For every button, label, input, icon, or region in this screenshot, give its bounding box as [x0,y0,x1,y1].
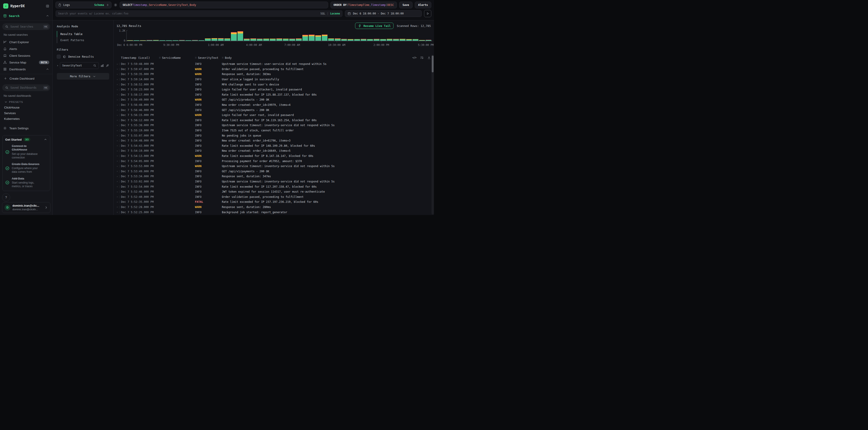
expand-row-icon[interactable]: › [117,78,119,81]
expand-row-icon[interactable]: › [117,195,119,198]
expand-row-icon[interactable]: › [117,155,119,157]
histogram-bar[interactable] [270,39,276,41]
table-row[interactable]: › Dec 7 5:54:05.000 PM INFO Processing p… [117,159,431,164]
help-button[interactable]: ? [2,193,10,201]
expand-row-icon[interactable]: › [117,134,119,137]
analysis-mode-results-table[interactable]: Results Table [57,31,109,37]
expand-row-icon[interactable]: › [117,180,119,183]
chevron-up-icon[interactable] [44,138,47,141]
table-row[interactable]: › Dec 7 5:52:35.000 PM FATAL Rate limit … [117,199,431,205]
wrap-lines-icon[interactable] [420,56,424,60]
expand-row-icon[interactable]: › [117,175,119,178]
get-started-item[interactable]: Connect to ClickHouse Set up your databa… [5,144,47,159]
histogram-bar[interactable] [238,31,243,41]
chart-toggle-icon[interactable] [100,64,104,67]
expand-row-icon[interactable]: › [117,160,119,163]
date-range-picker[interactable]: Dec 6 18:00:00 - Dec 7 18:00:00 [345,10,422,17]
drag-handle-icon[interactable]: ∷ [195,56,196,59]
language-toggle[interactable]: SQL | Lucene [320,12,340,15]
schema-link[interactable]: Schema [94,3,104,6]
saved-dashboards-input[interactable]: Saved Dashboards ⌘K [2,84,50,91]
preset-item-kubernetes[interactable]: Kubernetes [0,116,53,122]
histogram-bar[interactable] [387,39,393,41]
histogram-bar[interactable] [263,39,269,41]
expand-row-icon[interactable]: › [117,98,119,101]
get-started-item[interactable]: Create Data Sources Configure where your… [5,162,47,174]
expand-row-icon[interactable]: › [117,63,119,66]
histogram-bar[interactable] [296,38,302,41]
histogram-bar[interactable] [341,39,347,41]
histogram-bar[interactable] [374,39,379,41]
expand-severity-icon[interactable]: › [57,64,58,67]
expand-row-icon[interactable]: › [117,211,119,213]
histogram-bar[interactable] [212,38,217,41]
save-button[interactable]: Save [399,2,412,8]
histogram-bar[interactable] [302,35,308,41]
histogram-bar[interactable] [224,38,230,41]
order-by-input[interactable]: ORDER BY (TimestampTime, Timestamp) DESC [331,2,397,8]
table-row[interactable]: › Dec 7 5:52:28.000 PM WARN Response sen… [117,205,431,210]
drag-handle-icon[interactable]: ∷ [159,56,160,59]
histogram-bar[interactable] [380,39,386,41]
preset-item-clickhouse[interactable]: ClickHouse [0,105,53,110]
sidebar-item-service-map[interactable]: Service MapBETA [0,59,53,66]
user-account-button[interactable]: D dominic.tran@clic... dominic.tran@clic… [2,202,51,213]
expand-row-icon[interactable]: › [117,129,119,132]
table-row[interactable]: › Dec 7 5:53:02.000 PM INFO Upstream ser… [117,179,431,184]
histogram-bar[interactable] [276,38,282,41]
expand-row-icon[interactable]: › [117,119,119,122]
sidebar-item-alerts[interactable]: Alerts [0,45,53,52]
table-scrollbar[interactable] [432,55,434,214]
histogram-bar[interactable] [283,39,289,41]
event-search-input[interactable]: Search your events w/ Lucene ex. column:… [55,10,343,17]
expand-row-icon[interactable]: › [117,165,119,168]
expand-row-icon[interactable]: › [117,108,119,111]
presets-toggle[interactable]: PRESETS [0,98,53,105]
histogram-bar[interactable] [335,38,341,41]
scrollbar-thumb[interactable] [432,56,434,72]
expand-row-icon[interactable]: › [117,139,119,142]
select-query-input[interactable]: SELECT Timestamp,ServiceName,SeverityTex… [120,2,328,8]
table-row[interactable]: › Dec 7 5:56:46.000 PM INFO GET /api/v1/… [117,107,431,112]
severity-filter-search[interactable]: SeverityText [60,62,99,69]
table-row[interactable]: › Dec 7 5:56:49.000 PM WARN GET /api/v1/… [117,97,431,102]
table-row[interactable]: › Dec 7 5:56:15.000 PM WARN Login failed… [117,112,431,118]
collapse-sidebar-icon[interactable] [46,4,49,8]
sql-toggle[interactable]: SQL [320,12,326,15]
code-view-icon[interactable]: </> [412,56,416,59]
column-header-servicename[interactable]: ∷ ServiceName [159,56,195,60]
table-row[interactable]: › Dec 7 5:54:43.000 PM INFO Rate limit e… [117,143,431,148]
histogram-bar[interactable] [393,39,399,41]
table-row[interactable]: › Dec 7 5:56:12.000 PM INFO Rate limit e… [117,118,431,123]
histogram-bar[interactable] [244,39,250,41]
histogram-bar[interactable] [257,39,263,41]
histogram-bar[interactable] [367,39,373,41]
table-row[interactable]: › Dec 7 5:59:48.000 PM INFO Upstream ser… [117,62,431,67]
sidebar-item-search[interactable]: Search [0,10,53,21]
column-header-body[interactable]: ∷ Body [222,56,412,60]
table-row[interactable]: › Dec 7 5:54:19.000 PM INFO New order cr… [117,148,431,154]
table-row[interactable]: › Dec 7 5:52:46.000 PM INFO JWT token ex… [117,189,431,194]
chevron-up-icon[interactable] [46,67,49,71]
pin-icon[interactable] [105,64,109,67]
expand-row-icon[interactable]: › [117,205,119,208]
table-row[interactable]: › Dec 7 5:52:40.000 PM INFO Order valida… [117,194,431,199]
lucene-toggle[interactable]: Lucene [330,12,340,15]
sidebar-item-chart-explorer[interactable]: Chart Explorer [0,39,53,45]
histogram-bar[interactable] [315,35,321,41]
expand-row-icon[interactable]: › [117,124,119,127]
table-row[interactable]: › Dec 7 5:58:17.000 PM INFO Rate limit e… [117,92,431,97]
expand-row-icon[interactable]: › [117,190,119,193]
histogram-bar[interactable] [289,39,295,41]
get-started-item[interactable]: Add Data Start sending logs, metrics, or… [5,177,47,188]
table-row[interactable]: › Dec 7 5:58:23.000 PM INFO Login failed… [117,87,431,92]
sidebar-item-client-sessions[interactable]: Client Sessions [0,52,53,59]
denoise-checkbox[interactable] [57,55,61,59]
run-query-button[interactable] [424,10,431,17]
table-row[interactable]: › Dec 7 5:55:19.000 PM INFO Item 7525 ou… [117,128,431,133]
table-row[interactable]: › Dec 7 5:59:14.000 PM INFO User alice_w… [117,77,431,82]
expand-row-icon[interactable]: › [117,170,119,173]
table-row[interactable]: › Dec 7 5:54:48.000 PM INFO New order cr… [117,138,431,143]
histogram-bar[interactable] [231,32,237,41]
histogram-bar[interactable] [400,39,405,41]
